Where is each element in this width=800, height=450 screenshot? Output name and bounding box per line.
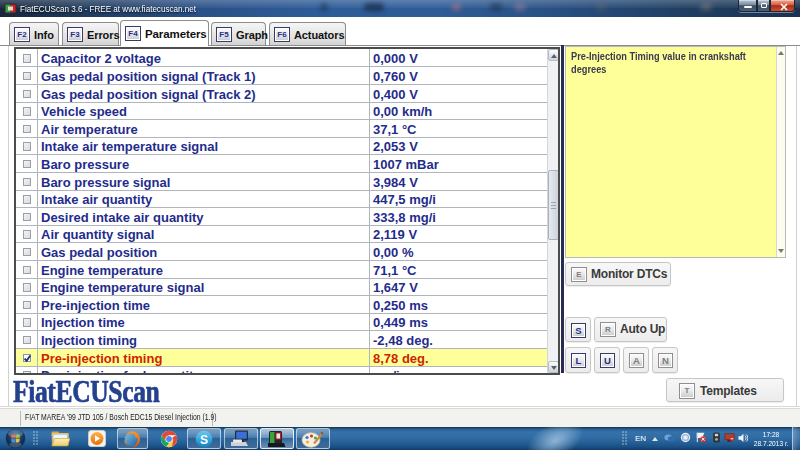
svg-text:S: S xyxy=(200,433,208,447)
